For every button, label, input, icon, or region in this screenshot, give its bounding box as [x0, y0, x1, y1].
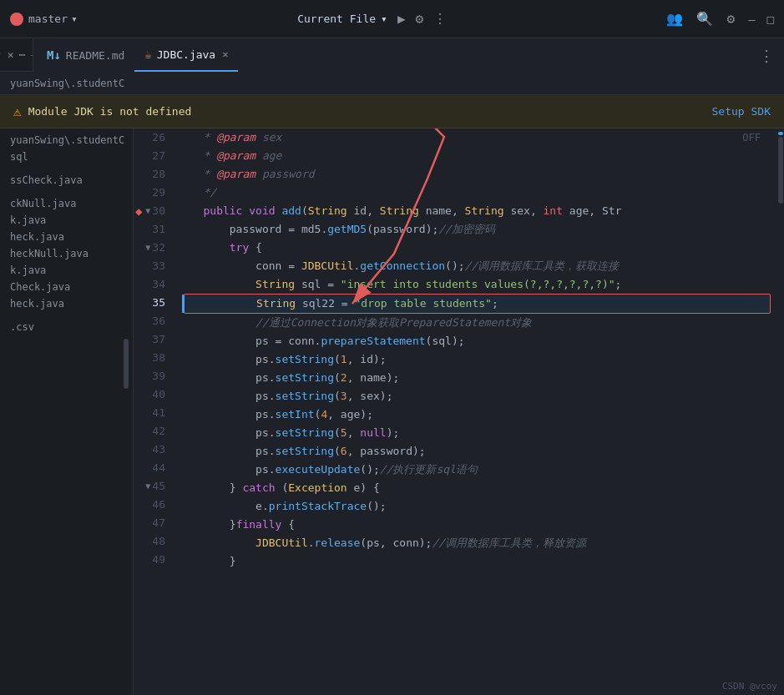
sidebar-item-7[interactable]: heck.java: [0, 229, 133, 245]
ln-29: 29: [134, 184, 170, 202]
warning-icon: ⚠: [13, 103, 22, 119]
code-43: ps.setString(6, password);: [184, 442, 426, 461]
scrollbar-marker: [778, 132, 783, 135]
titlebar-icons: 👥 🔍 ⚙ — □: [666, 11, 774, 27]
sidebar-item-10[interactable]: Check.java: [0, 279, 133, 295]
ln-49: 49: [134, 551, 170, 569]
jdbc-tab-icon: ☕: [144, 48, 151, 61]
warning-message: Module JDK is not defined: [28, 105, 706, 118]
code-line-48: JDBCUtil.release(ps, conn);//调用数据库工具类，释放…: [184, 534, 771, 552]
tab-close-icon[interactable]: ✕: [222, 48, 228, 60]
code-line-34: String sql = "insert into students value…: [184, 275, 771, 294]
editor-area: 26 27 28 29 ◆ ▼ 30 31 ▼ 32 33 34: [134, 128, 784, 695]
ln-39: 39: [134, 367, 170, 385]
sidebar-scrollbar[interactable]: [124, 339, 129, 389]
ln-33: 33: [134, 257, 170, 275]
fold-icon-30[interactable]: ▼: [145, 202, 150, 220]
warning-banner: ⚠ Module JDK is not defined Setup SDK: [0, 95, 784, 128]
sidebar-item-11[interactable]: heck.java: [0, 295, 133, 312]
ln-43: 43: [134, 441, 170, 459]
sidebar-item-5[interactable]: ckNull.java: [0, 195, 133, 212]
sidebar-item-0[interactable]: yuanSwing\.studentC: [0, 132, 133, 149]
fold-icon-45[interactable]: ▼: [145, 477, 150, 496]
editor-nav-controls: ⬆ ✕ ⋯ —: [0, 38, 33, 71]
code-line-43: ps.setString(6, password);: [184, 442, 771, 461]
titlebar-center: Current File ▾ ▶ ⚙ ⋮: [297, 11, 447, 27]
sidebar-item-13[interactable]: .csv: [0, 319, 133, 335]
code-line-26: * @param sex: [184, 128, 771, 147]
main-layout: yuanSwing\.studentC sql ssCheck.java ckN…: [0, 128, 784, 695]
debug-button[interactable]: ⚙: [416, 11, 424, 27]
current-line-indicator: [182, 295, 185, 313]
nav-menu-icon[interactable]: ⋯: [19, 48, 26, 61]
code-editor[interactable]: 26 27 28 29 ◆ ▼ 30 31 ▼ 32 33 34: [134, 128, 784, 695]
ln-27: 27: [134, 147, 170, 165]
sidebar-item-9[interactable]: k.java: [0, 262, 133, 279]
minimize-button[interactable]: —: [748, 13, 755, 26]
settings-icon[interactable]: ⚙: [726, 11, 735, 27]
code-line-49: }: [184, 552, 771, 571]
code-48: JDBCUtil.release(ps, conn);//调用数据库工具类，释放…: [184, 534, 586, 552]
git-branch[interactable]: master ▾: [28, 13, 78, 25]
code-line-41: ps.setInt(4, age);: [184, 405, 771, 424]
code-line-30: public void add(String id, String name, …: [184, 202, 771, 220]
ln-40: 40: [134, 385, 170, 404]
sidebar-separator-1: [0, 165, 133, 172]
nav-back-icon[interactable]: ⬆: [0, 48, 3, 61]
code-content[interactable]: OFF * @param sex * @param age * @param p…: [177, 128, 777, 695]
nav-forward-icon[interactable]: ✕: [8, 48, 14, 61]
code-line-37: ps = conn.prepareStatement(sql);: [184, 332, 771, 350]
tab-readme[interactable]: M↓ README.md: [37, 38, 134, 72]
tabbar-more-icon[interactable]: ⋮: [752, 47, 781, 64]
code-46: e.printStackTrace();: [184, 497, 387, 516]
ln-48: 48: [134, 532, 170, 551]
restore-button[interactable]: □: [767, 13, 774, 26]
more-run-options[interactable]: ⋮: [433, 11, 447, 27]
off-indicator: OFF: [742, 128, 761, 147]
window-controls: — □: [748, 13, 774, 26]
code-30: public void add(String id, String name, …: [184, 202, 621, 220]
run-config[interactable]: Current File ▾: [297, 13, 387, 25]
code-45: } catch (Exception e) {: [184, 479, 380, 497]
ln-30: ◆ ▼ 30: [134, 202, 170, 220]
code-line-46: e.printStackTrace();: [184, 497, 771, 516]
titlebar: master ▾ Current File ▾ ▶ ⚙ ⋮ 👥 🔍 ⚙ — □: [0, 0, 784, 38]
watermark: CSDN @vcoy: [722, 681, 777, 692]
run-config-chevron-icon: ▾: [381, 13, 387, 25]
code-comment-29: */: [184, 184, 216, 202]
sidebar-item-6[interactable]: k.java: [0, 212, 133, 229]
code-line-47: }finally {: [184, 516, 771, 534]
code-42: ps.setString(5, null);: [184, 424, 399, 442]
code-47: }finally {: [184, 516, 295, 534]
ln-31: 31: [134, 220, 170, 239]
ln-38: 38: [134, 349, 170, 367]
sidebar-item-1[interactable]: sql: [0, 149, 133, 165]
code-line-27: * @param age: [184, 147, 771, 165]
sidebar-item-8[interactable]: heckNull.java: [0, 245, 133, 262]
scrollbar-thumb[interactable]: [778, 137, 783, 204]
code-line-35: String sql22 = "drop table students";: [184, 294, 771, 314]
code-line-42: ps.setString(5, null);: [184, 424, 771, 442]
titlebar-left: master ▾: [10, 13, 78, 26]
run-config-label: Current File: [297, 13, 376, 25]
branch-chevron-icon: ▾: [71, 13, 78, 25]
code-40: ps.setString(3, sex);: [184, 387, 392, 405]
tab-jdbc[interactable]: ☕ JDBC.java ✕: [134, 38, 238, 72]
sidebar-item-3[interactable]: ssCheck.java: [0, 172, 133, 189]
code-41: ps.setInt(4, age);: [184, 405, 373, 424]
line-numbers: 26 27 28 29 ◆ ▼ 30 31 ▼ 32 33 34: [134, 128, 177, 695]
collab-icon[interactable]: 👥: [666, 11, 683, 27]
code-31: password = md5.getMD5(password);//加密密码: [184, 220, 495, 239]
jdbc-tab-label: JDBC.java: [157, 48, 215, 61]
vertical-scrollbar[interactable]: [777, 128, 784, 695]
fold-icon-32[interactable]: ▼: [145, 239, 150, 257]
sidebar-separator-3: [0, 312, 133, 319]
sidebar: yuanSwing\.studentC sql ssCheck.java ckN…: [0, 128, 134, 695]
code-38: ps.setString(1, id);: [184, 350, 387, 369]
search-icon[interactable]: 🔍: [696, 11, 713, 27]
code-44: ps.executeUpdate();//执行更新sql语句: [184, 461, 478, 479]
setup-sdk-button[interactable]: Setup SDK: [712, 105, 771, 118]
run-button[interactable]: ▶: [397, 11, 406, 27]
ln-46: 46: [134, 496, 170, 514]
code-line-33: conn = JDBCUtil.getConnection();//调用数据库工…: [184, 257, 771, 275]
